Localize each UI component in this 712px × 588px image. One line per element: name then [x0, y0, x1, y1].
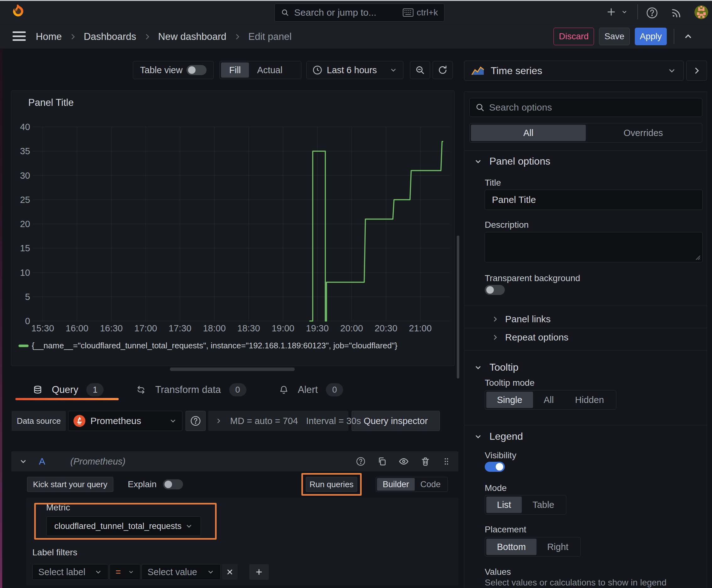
run-queries-button[interactable]: Run queries [306, 477, 357, 492]
select-value-dropdown[interactable]: Select value [142, 564, 221, 580]
fill-option[interactable]: Fill [221, 63, 249, 78]
add-menu-button[interactable] [606, 6, 628, 18]
tooltip-mode-single[interactable]: Single [486, 392, 533, 408]
description-textarea[interactable] [485, 232, 703, 262]
scrollbar-thumb[interactable] [457, 236, 459, 378]
select-label-dropdown[interactable]: Select label [33, 564, 108, 580]
drag-handle-icon[interactable] [442, 457, 451, 466]
actual-option[interactable]: Actual [249, 63, 291, 78]
eye-icon[interactable] [399, 456, 409, 466]
panel-title-input[interactable]: Panel Title [485, 190, 703, 210]
repeat-options-row[interactable]: Repeat options [491, 332, 568, 343]
search-shortcut: ctrl+k [403, 7, 438, 18]
search-icon [475, 103, 485, 112]
tooltip-mode-group: Single All Hidden [485, 390, 616, 410]
tab-query[interactable]: Query 1 [15, 380, 118, 400]
datasource-select[interactable]: Prometheus [68, 411, 182, 431]
window-top-edge [0, 0, 712, 1]
panel-actions: Discard Save Apply [554, 28, 697, 45]
panel-options-pane: Search options All Overrides Panel optio… [464, 91, 707, 588]
grafana-logo[interactable] [12, 4, 25, 18]
table-view-toggle[interactable] [187, 65, 207, 75]
legend-header[interactable]: Legend [474, 430, 523, 442]
duplicate-icon[interactable] [377, 457, 387, 466]
menu-toggle-icon[interactable] [13, 30, 26, 42]
builder-option[interactable]: Builder [377, 478, 415, 491]
max-datapoints-text: MD = auto = 704 [230, 416, 298, 426]
operator-dropdown[interactable]: = [110, 564, 140, 580]
legend-placement-bottom[interactable]: Bottom [486, 539, 537, 555]
metric-select[interactable]: cloudflared_tunnel_total_requests [46, 517, 201, 536]
panel-links-row[interactable]: Panel links [491, 314, 551, 324]
chevron-down-icon [621, 8, 628, 15]
legend-placement-right[interactable]: Right [537, 539, 579, 555]
kick-start-button[interactable]: Kick start your query [27, 477, 113, 492]
discard-button[interactable]: Discard [554, 28, 594, 45]
legend-mode-table[interactable]: Table [522, 497, 565, 513]
apply-button[interactable]: Apply [635, 28, 667, 45]
chevron-down-icon [128, 568, 134, 576]
svg-text:40: 40 [20, 122, 30, 132]
chart-legend[interactable]: {__name__="cloudflared_tunnel_total_requ… [19, 341, 397, 351]
svg-text:30: 30 [20, 171, 30, 181]
clock-icon [312, 65, 322, 75]
breadcrumb-new-dashboard[interactable]: New dashboard [158, 31, 226, 42]
query-row-header[interactable]: A (Prometheus) [11, 451, 458, 471]
explain-toggle[interactable] [163, 479, 183, 489]
legend-mode-list[interactable]: List [486, 497, 522, 513]
svg-text:35: 35 [20, 146, 30, 156]
query-options-summary[interactable]: MD = auto = 704 Interval = 30s [208, 411, 348, 431]
breadcrumb-home[interactable]: Home [36, 31, 62, 42]
tab-overrides[interactable]: Overrides [586, 125, 701, 141]
section-divider [464, 425, 707, 425]
table-view-control: Table view [133, 61, 214, 79]
query-section-tabs: Query 1 Transform data 0 Alert 0 [15, 379, 358, 400]
help-icon[interactable] [356, 457, 365, 466]
chevron-down-icon [474, 432, 482, 441]
svg-text:15: 15 [20, 243, 30, 253]
datasource-help-button[interactable] [186, 411, 206, 431]
tab-transform-data[interactable]: Transform data 0 [118, 380, 261, 400]
save-button[interactable]: Save [599, 28, 630, 45]
user-avatar[interactable] [694, 5, 708, 19]
help-button[interactable] [646, 7, 658, 19]
add-filter-button[interactable] [249, 564, 269, 580]
panel-options-header[interactable]: Panel options [474, 155, 550, 167]
tab-all[interactable]: All [471, 125, 586, 141]
tooltip-header[interactable]: Tooltip [474, 361, 519, 373]
options-filter-tabs: All Overrides [469, 123, 702, 143]
panel-resize-handle[interactable] [170, 368, 295, 371]
time-range-picker[interactable]: Last 6 hours [306, 61, 404, 79]
options-search-input[interactable]: Search options [469, 98, 702, 117]
datasource-name: Prometheus [90, 416, 164, 426]
bell-icon [279, 385, 288, 395]
plus-icon [254, 567, 264, 577]
visualization-select[interactable]: Time series [464, 61, 684, 81]
chevron-right-icon [233, 33, 241, 41]
transform-icon [136, 385, 146, 395]
tab-alert[interactable]: Alert 0 [261, 380, 359, 400]
tooltip-mode-hidden[interactable]: Hidden [564, 392, 615, 408]
search-input[interactable]: Search or jump to... ctrl+k [274, 3, 445, 22]
tooltip-mode-all[interactable]: All [533, 392, 564, 408]
refresh-button[interactable] [433, 61, 453, 79]
time-series-chart[interactable]: 051015202530354015:3016:0016:3017:0017:3… [11, 91, 454, 336]
zoom-out-button[interactable] [410, 61, 430, 79]
toggle-options-pane-button[interactable] [686, 61, 707, 81]
values-placeholder: Select values or calculations to show in… [485, 578, 667, 588]
label-filters-label: Label filters [33, 547, 77, 558]
news-feed-icon[interactable] [671, 7, 683, 19]
query-inspector-button[interactable]: Query inspector [352, 411, 440, 431]
panel-title[interactable]: Panel Title [28, 97, 74, 108]
tab-transform-badge: 0 [229, 383, 246, 396]
chevron-down-icon[interactable] [19, 457, 28, 466]
transparent-background-toggle[interactable] [485, 285, 505, 295]
code-option[interactable]: Code [415, 478, 447, 491]
trash-icon[interactable] [421, 457, 430, 466]
breadcrumb-dashboards[interactable]: Dashboards [84, 31, 136, 42]
collapse-panel-icon[interactable] [679, 31, 697, 42]
legend-visibility-toggle[interactable] [485, 462, 505, 472]
breadcrumb-edit-panel: Edit panel [248, 31, 292, 42]
remove-filter-button[interactable] [222, 564, 238, 580]
options-search-placeholder: Search options [489, 102, 552, 113]
